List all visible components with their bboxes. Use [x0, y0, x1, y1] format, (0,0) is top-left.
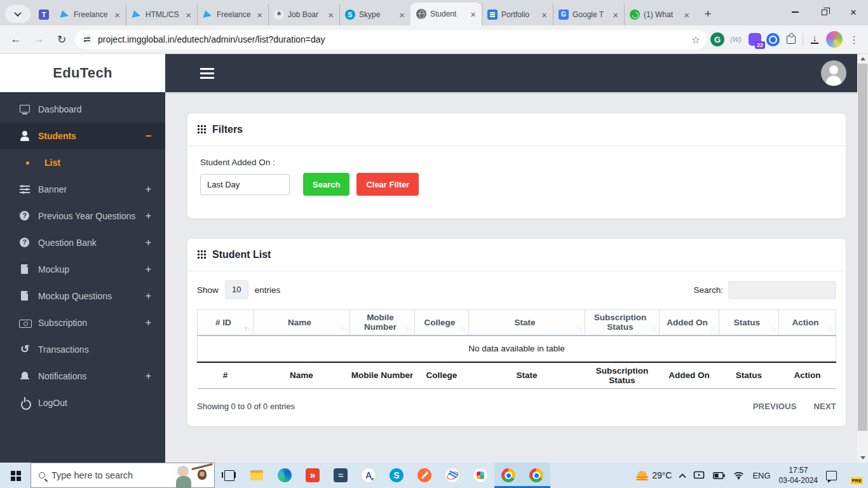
column-header[interactable]: College ↑↓	[415, 310, 469, 336]
page-scrollbar[interactable]	[857, 54, 868, 463]
close-button[interactable]: ×	[839, 0, 868, 24]
restore-button[interactable]	[810, 0, 839, 24]
tab-close-icon[interactable]: ×	[612, 10, 619, 20]
expand-toggle-icon[interactable]: +	[146, 317, 151, 329]
taskbar-app[interactable]	[243, 463, 271, 488]
tab-close-icon[interactable]: ×	[256, 10, 263, 20]
tab-close-icon[interactable]: ×	[185, 10, 192, 20]
expand-toggle-icon[interactable]: +	[146, 290, 151, 302]
taskbar-app[interactable]	[271, 463, 299, 488]
browser-tab[interactable]: Freelance ×	[197, 4, 268, 25]
sidebar-item[interactable]: Question Bank +	[0, 229, 165, 256]
column-header[interactable]: Added On ↑↓	[660, 310, 719, 336]
show-hidden-icons-chevron[interactable]	[679, 473, 686, 480]
taskbar-app[interactable]	[383, 463, 410, 488]
user-avatar[interactable]	[821, 60, 846, 86]
wireless-display-icon[interactable]	[693, 471, 705, 480]
back-button[interactable]: ←	[6, 30, 25, 49]
sidebar-item[interactable]: List	[0, 149, 165, 176]
copilot-button[interactable]: PRE	[845, 466, 860, 484]
sidebar-item[interactable]: Transactions	[0, 336, 165, 363]
tab-close-icon[interactable]: ×	[114, 10, 121, 20]
notification-center-icon[interactable]	[826, 471, 837, 480]
expand-toggle-icon[interactable]: +	[146, 237, 151, 248]
purple-extension-icon[interactable]: 22	[747, 32, 763, 47]
grammarly-extension-icon[interactable]: G	[710, 32, 724, 46]
taskbar-app[interactable]	[299, 463, 327, 488]
start-button[interactable]	[0, 463, 31, 488]
sidebar-item[interactable]: Students −	[0, 123, 165, 149]
previous-page-button[interactable]: PREVIOUS	[753, 402, 797, 411]
tab-close-icon[interactable]: ×	[398, 10, 405, 20]
address-bar[interactable]: project.imgglobal.in/edutech/admin/user/…	[75, 30, 707, 49]
taskbar-app[interactable]	[466, 463, 494, 488]
site-settings-icon[interactable]	[81, 34, 93, 45]
blue-extension-icon[interactable]	[766, 33, 780, 46]
search-doodle-image[interactable]	[172, 463, 214, 487]
browser-menu-button[interactable]: ⋮	[846, 32, 862, 47]
sidebar-item[interactable]: Subscription +	[0, 309, 165, 336]
scroll-up-arrow[interactable]	[857, 54, 868, 64]
browser-tab[interactable]: HTML/CS ×	[126, 4, 197, 25]
browser-tab[interactable]: Portfolio ×	[482, 4, 553, 25]
wifi-icon[interactable]	[733, 471, 744, 480]
extensions-button[interactable]	[783, 32, 799, 47]
column-header[interactable]: Status ↑↓	[719, 310, 779, 336]
battery-icon[interactable]	[713, 472, 725, 479]
search-button[interactable]: Search	[303, 173, 349, 196]
sidebar-item[interactable]: Previous Year Questions +	[0, 203, 165, 229]
language-indicator[interactable]: ENG	[752, 471, 770, 480]
page-length-select[interactable]: 10	[225, 280, 248, 299]
taskbar-search-box[interactable]: Type here to search	[31, 463, 215, 488]
new-tab-button[interactable]: +	[699, 5, 717, 23]
taskbar-app[interactable]	[215, 463, 243, 488]
column-header[interactable]: State ↑↓	[469, 310, 585, 336]
tab-close-icon[interactable]: ×	[470, 10, 477, 19]
student-added-on-input[interactable]	[200, 174, 290, 195]
table-search-input[interactable]	[728, 281, 836, 299]
column-header[interactable]: Subscription Status ↑↓	[585, 310, 660, 336]
downloads-button[interactable]: ↓	[807, 32, 822, 47]
sidebar-item[interactable]: Dashboard	[0, 96, 165, 123]
forward-button[interactable]: →	[29, 30, 48, 49]
browser-tab[interactable]: (1) What ×	[624, 4, 695, 25]
browser-tab[interactable]: Google T ×	[553, 4, 624, 25]
clock[interactable]: 17:57 03-04-2024	[779, 465, 818, 485]
taskbar-app[interactable]	[410, 463, 438, 488]
weather-widget[interactable]: 29°C	[637, 470, 672, 480]
taskbar-app[interactable]	[438, 463, 466, 488]
reload-button[interactable]: ↻	[52, 30, 71, 49]
expand-toggle-icon[interactable]: +	[146, 370, 151, 382]
next-page-button[interactable]: NEXT	[814, 402, 836, 411]
minimize-button[interactable]	[780, 0, 810, 24]
tab-close-icon[interactable]: ×	[327, 10, 334, 20]
column-header[interactable]: Action ↑↓	[779, 310, 836, 336]
browser-profile-avatar[interactable]	[826, 31, 843, 48]
sidebar-item[interactable]: LogOut	[0, 390, 165, 416]
browser-tab[interactable]: Job Boar ×	[268, 4, 339, 25]
column-header[interactable]: # ID ↑↓	[198, 310, 254, 336]
scroll-down-arrow[interactable]	[857, 453, 868, 463]
taskbar-app[interactable]	[355, 463, 383, 488]
browser-tab[interactable]: Student ×	[410, 3, 482, 25]
sidebar-item[interactable]: Mockup Questions +	[0, 283, 165, 309]
tab-close-icon[interactable]: ×	[683, 10, 690, 20]
tab-search-button[interactable]	[5, 5, 31, 23]
pinned-tab-teams[interactable]	[33, 4, 55, 25]
sidebar-item[interactable]: Banner +	[0, 176, 165, 203]
expand-toggle-icon[interactable]: −	[146, 130, 151, 142]
tab-close-icon[interactable]: ×	[541, 10, 548, 20]
browser-tab[interactable]: Freelance ×	[55, 4, 126, 25]
taskbar-app[interactable]	[327, 463, 355, 488]
clear-filter-button[interactable]: Clear Filter	[356, 173, 419, 196]
url-text[interactable]: project.imgglobal.in/edutech/admin/user/…	[98, 34, 686, 44]
scrollbar-thumb[interactable]	[858, 64, 867, 431]
browser-tab[interactable]: Skype ×	[339, 4, 410, 25]
bookmark-star-icon[interactable]: ☆	[691, 34, 700, 46]
expand-toggle-icon[interactable]: +	[146, 264, 151, 275]
expand-toggle-icon[interactable]: +	[146, 184, 151, 195]
column-header[interactable]: Mobile Number ↑↓	[350, 310, 415, 336]
sidebar-item[interactable]: Mockup +	[0, 256, 165, 283]
expand-toggle-icon[interactable]: +	[146, 210, 151, 222]
hamburger-menu-icon[interactable]	[200, 68, 214, 70]
